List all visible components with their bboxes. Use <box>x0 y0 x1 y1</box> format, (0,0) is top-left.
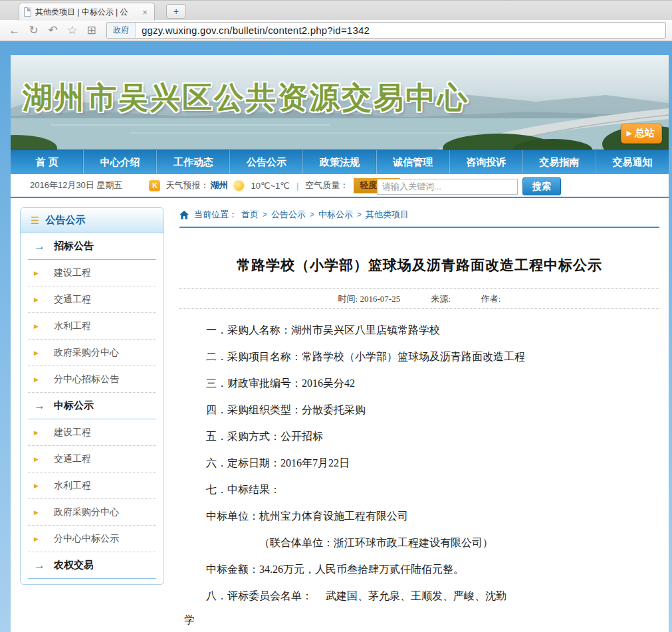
sidebar-item-label: 分中心招标公告 <box>54 373 119 385</box>
sidebar-item-subcenter-award[interactable]: ▶ 分中心中标公示 <box>28 526 156 552</box>
sidebar-item-label: 招标公告 <box>54 240 94 253</box>
nav-item-trade-notice[interactable]: 交易通知 <box>596 150 669 174</box>
search-group: 搜索 <box>377 177 561 195</box>
sidebar-item-subcenter-tender[interactable]: ▶ 分中心招标公告 <box>28 366 156 393</box>
triangle-right-icon: ▶ <box>34 456 54 463</box>
article-paragraph: 二．采购项目名称：常路学校（小学部）篮球场及沥青路面改造工程 <box>179 344 659 370</box>
meta-source: 来源: <box>431 293 451 305</box>
browser-tab[interactable]: 其他类项目 | 中标公示 | 公 × <box>19 3 155 21</box>
triangle-right-icon: ▶ <box>34 482 54 489</box>
page-background: 湖州市吴兴区公共资源交易中心 ▶ 总站 首 页 中心介绍 工作动态 公告公示 政… <box>0 41 672 632</box>
tab-close-icon[interactable]: × <box>140 7 150 17</box>
article-paragraph: 六．定标日期：2016年7月22日 <box>179 450 659 476</box>
gov-site-badge: 政府 <box>107 23 136 38</box>
star-bookmark-icon[interactable]: ☆ <box>64 23 80 39</box>
tab-title: 其他类项目 | 中标公示 | 公 <box>35 7 136 18</box>
sidebar-item-label: 中标公示 <box>54 399 94 412</box>
sidebar-item-label: 建设工程 <box>54 427 91 439</box>
nav-item-announcements[interactable]: 公告公示 <box>229 150 302 174</box>
back-icon[interactable]: ← <box>6 23 23 39</box>
search-input[interactable] <box>377 179 518 195</box>
sun-icon <box>234 181 244 191</box>
nav-item-policies[interactable]: 政策法规 <box>302 150 376 174</box>
nav-item-work-news[interactable]: 工作动态 <box>156 150 229 174</box>
sidebar-item-label: 水利工程 <box>54 320 91 332</box>
sidebar-item-construction-award[interactable]: ▶ 建设工程 <box>28 419 156 446</box>
sidebar-item-transport-award[interactable]: ▶ 交通工程 <box>28 446 156 473</box>
arrow-right-icon: → <box>34 240 54 253</box>
sidebar-header-label: 公告公示 <box>45 214 85 227</box>
nav-item-consult[interactable]: 咨询投诉 <box>449 150 522 174</box>
triangle-right-icon: ▶ <box>34 323 54 330</box>
sidebar-item-label: 水利工程 <box>54 480 91 492</box>
sidebar-item-gov-procurement-award[interactable]: ▶ 政府采购分中心 <box>28 499 156 526</box>
article-paragraph: 四．采购组织类型：分散委托采购 <box>179 397 659 423</box>
sidebar-item-construction[interactable]: ▶ 建设工程 <box>28 260 156 286</box>
main-station-button[interactable]: ▶ 总站 <box>621 124 662 144</box>
sidebar-item-award-announcements[interactable]: → 中标公示 <box>28 393 156 419</box>
breadcrumb-separator: > <box>263 210 267 219</box>
temperature: 10℃~1℃ <box>251 181 289 191</box>
breadcrumb-label: 当前位置： <box>194 209 237 221</box>
article-meta: 时间: 2016-07-25 来源: 作者: <box>179 288 659 309</box>
weather-label: 天气预报： <box>166 179 209 191</box>
nav-item-trade-guide[interactable]: 交易指南 <box>522 150 596 174</box>
weather-provider-icon: K <box>149 180 160 191</box>
browser-toolbar: ← ↻ ↶ ☆ ⊞ 政府 ggzy.wuxing.gov.cn/bulletin… <box>0 20 672 41</box>
site-container: 湖州市吴兴区公共资源交易中心 ▶ 总站 首 页 中心介绍 工作动态 公告公示 政… <box>11 41 669 632</box>
article-paragraph: 五．采购方式：公开招标 <box>179 423 659 450</box>
breadcrumb-home[interactable]: 首页 <box>241 209 259 221</box>
breadcrumb-announcements[interactable]: 公告公示 <box>271 209 306 221</box>
undo-icon[interactable]: ↶ <box>45 23 61 39</box>
search-button[interactable]: 搜索 <box>522 177 561 195</box>
breadcrumb-award[interactable]: 中标公示 <box>318 209 353 221</box>
site-title: 湖州市吴兴区公共资源交易中心 <box>23 78 469 118</box>
arrow-right-icon: → <box>34 399 54 413</box>
apps-grid-icon[interactable]: ⊞ <box>83 23 100 39</box>
breadcrumb-other-projects[interactable]: 其他类项目 <box>366 209 409 221</box>
nav-item-center-intro[interactable]: 中心介绍 <box>83 150 156 174</box>
article-paragraph: 三．财政审批编号：2016吴分42 <box>179 370 659 397</box>
nav-item-integrity[interactable]: 诚信管理 <box>376 150 449 174</box>
sidebar-item-label: 政府采购分中心 <box>54 347 119 359</box>
arrow-right-icon: → <box>34 559 54 572</box>
address-bar[interactable]: 政府 ggzy.wuxing.gov.cn/bulletin/content2.… <box>106 22 666 39</box>
main-station-label: 总站 <box>635 127 655 140</box>
breadcrumb: 当前位置： 首页 > 公告公示 > 中标公示 > 其他类项目 <box>179 209 659 228</box>
triangle-right-icon: ▶ <box>34 270 54 276</box>
triangle-right-icon: ▶ <box>34 350 54 356</box>
sidebar-item-label: 农权交易 <box>54 559 94 572</box>
sidebar-item-water[interactable]: ▶ 水利工程 <box>28 313 156 340</box>
content-area: 当前位置： 首页 > 公告公示 > 中标公示 > 其他类项目 常路学校（小学部）… <box>179 209 659 632</box>
sidebar-header: ☰ 公告公示 <box>21 208 164 233</box>
main-navigation: 首 页 中心介绍 工作动态 公告公示 政策法规 诚信管理 咨询投诉 交易指南 交… <box>11 150 669 174</box>
url-text[interactable]: ggzy.wuxing.gov.cn/bulletin/content2.php… <box>136 25 376 36</box>
new-tab-button[interactable]: + <box>166 4 186 19</box>
article-paragraph: 中标单位：杭州宝力体育设施工程有限公司 <box>179 503 659 530</box>
meta-author: 作者: <box>481 293 501 305</box>
triangle-right-icon: ▶ <box>34 509 54 516</box>
site-banner: 湖州市吴兴区公共资源交易中心 ▶ 总站 <box>11 55 669 150</box>
home-icon <box>179 211 189 219</box>
article-paragraph: （联合体单位：浙江环球市政工程建设有限公司） <box>179 530 659 556</box>
refresh-icon[interactable]: ↻ <box>25 23 42 39</box>
sidebar-item-water-award[interactable]: ▶ 水利工程 <box>28 473 156 499</box>
nav-item-home[interactable]: 首 页 <box>11 150 83 174</box>
sidebar-item-tender-announcements[interactable]: → 招标公告 <box>28 233 156 260</box>
article-paragraph: 八．评标委员会名单： 武建国、茅允泉、王顺发、严峻、沈勤 <box>179 583 659 609</box>
triangle-right-icon: ▶ <box>34 376 54 383</box>
page-icon <box>24 7 31 17</box>
sidebar-item-rural-rights[interactable]: → 农权交易 <box>28 552 156 579</box>
article-paragraph: 学 <box>179 609 659 631</box>
sidebar-item-transport[interactable]: ▶ 交通工程 <box>28 286 156 313</box>
main-area: ☰ 公告公示 → 招标公告 ▶ 建设工程 ▶ 交通工程 ▶ 水利工程 <box>11 198 669 632</box>
sidebar-item-label: 分中心中标公示 <box>54 533 119 545</box>
sidebar: ☰ 公告公示 → 招标公告 ▶ 建设工程 ▶ 交通工程 ▶ 水利工程 <box>20 207 164 585</box>
article-paragraph: 一．采购人名称：湖州市吴兴区八里店镇常路学校 <box>179 317 659 344</box>
sidebar-item-gov-procurement[interactable]: ▶ 政府采购分中心 <box>28 340 156 366</box>
sidebar-item-label: 政府采购分中心 <box>54 506 119 518</box>
breadcrumb-separator: > <box>310 210 314 219</box>
sidebar-item-label: 建设工程 <box>54 267 91 279</box>
air-quality-label: 空气质量： <box>305 179 348 191</box>
triangle-right-icon: ▶ <box>34 429 54 436</box>
